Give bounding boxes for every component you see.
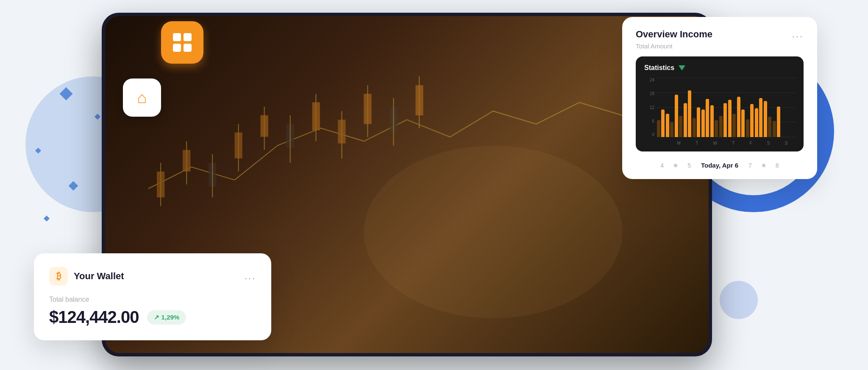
y-label-24: 24 [650, 78, 654, 82]
grid-line [657, 92, 795, 93]
bar [666, 114, 669, 137]
bg-circle-small [720, 281, 758, 319]
grid-dot [184, 33, 192, 41]
grid-icon [173, 33, 192, 52]
bar [750, 104, 754, 137]
x-label-m: M [677, 141, 681, 146]
balance-label: Total balance [49, 296, 256, 303]
x-label-t2: T [732, 141, 734, 146]
overview-card: Overview Income ... Total Amount Statist… [622, 17, 817, 179]
x-label-f: F [750, 141, 752, 146]
bar-group-f2 [755, 98, 762, 137]
grid-dot [173, 44, 181, 52]
y-axis: 24 18 12 6 0 [644, 78, 654, 137]
stats-label: Statistics [644, 64, 674, 72]
y-label-18: 18 [650, 91, 654, 96]
date-item-7[interactable]: 7 [748, 162, 752, 169]
percent-value: ↗ 1,29% [154, 314, 179, 321]
bar [693, 118, 696, 137]
bar [688, 90, 691, 137]
date-separator [674, 164, 677, 167]
bar [759, 98, 762, 137]
wallet-icon: ₿ [49, 267, 68, 286]
x-label-s2: S [785, 141, 788, 146]
stats-header: Statistics [644, 64, 795, 72]
bar-group-t3 [728, 100, 736, 137]
diamond-decoration [44, 216, 50, 221]
bar [723, 103, 727, 137]
white-app-icon[interactable]: ⌂ [123, 78, 161, 117]
bar-group-s3 [764, 101, 771, 137]
bar [710, 105, 714, 137]
bar [737, 97, 740, 137]
bar [764, 101, 767, 137]
date-navigation: 4 5 Today, Apr 6 7 8 [636, 160, 804, 169]
grid-dot [184, 44, 192, 52]
orange-app-icon[interactable] [161, 21, 203, 64]
bar [697, 107, 700, 137]
grid-dot [173, 33, 181, 41]
wallet-more-options[interactable]: ... [245, 271, 256, 282]
date-item-today[interactable]: Today, Apr 6 [701, 162, 738, 169]
percent-badge: ↗ 1,29% [147, 310, 186, 325]
bar-group-m [657, 109, 665, 137]
date-item-5[interactable]: 5 [687, 162, 691, 169]
bar-group-s2 [710, 105, 718, 137]
bar [675, 95, 678, 137]
wallet-title-group: ₿ Your Wallet [49, 267, 124, 286]
x-label-s: S [767, 141, 770, 146]
bar [661, 109, 665, 137]
bar-group-t1 [666, 114, 673, 137]
bar [684, 103, 687, 137]
overview-header: Overview Income ... [636, 29, 804, 40]
x-label-w: W [713, 141, 717, 146]
bar [719, 116, 723, 137]
date-item-8[interactable]: 8 [776, 162, 779, 169]
wallet-symbol: ₿ [56, 271, 61, 282]
bar [728, 100, 732, 137]
bar-group-m2 [719, 103, 727, 137]
overview-more-options[interactable]: ... [792, 29, 804, 40]
bar-group-f [693, 107, 700, 137]
date-separator [762, 164, 765, 167]
bar-group-t4 [746, 104, 754, 137]
date-item-4[interactable]: 4 [660, 162, 664, 169]
bars-container: M T W T F S S [657, 78, 795, 146]
bar [741, 109, 745, 137]
bar-group-w2 [737, 97, 745, 137]
overview-title: Overview Income [636, 29, 712, 40]
statistics-chart: Statistics 24 18 12 6 0 [636, 56, 804, 151]
x-label-t: T [696, 141, 698, 146]
home-icon: ⌂ [137, 89, 147, 107]
bar-group-t2 [684, 90, 691, 137]
wallet-header: ₿ Your Wallet ... [49, 267, 256, 286]
bar [657, 120, 660, 137]
bar [715, 120, 718, 137]
bar [777, 107, 780, 137]
bar [746, 119, 749, 137]
balance-row: $124,442.00 ↗ 1,29% [49, 308, 256, 327]
bar-group-s4 [773, 107, 780, 137]
bar [706, 99, 709, 137]
bar [755, 108, 758, 137]
y-label-12: 12 [650, 105, 654, 110]
svg-point-22 [364, 146, 622, 318]
y-label-0: 0 [652, 132, 654, 137]
x-axis: M T W T F S S [670, 141, 795, 146]
grid-line [657, 78, 795, 78]
bar [679, 116, 682, 137]
bar [773, 121, 776, 137]
wallet-card: ₿ Your Wallet ... Total balance $124,442… [34, 253, 271, 340]
bar-group-w [675, 95, 682, 137]
bar [701, 109, 705, 137]
balance-amount: $124,442.00 [49, 308, 139, 327]
bar [732, 114, 736, 137]
wallet-title: Your Wallet [74, 271, 124, 282]
dropdown-arrow-icon[interactable] [679, 65, 685, 70]
bar [768, 117, 771, 137]
bar-group-s1 [701, 99, 709, 137]
bar-chart: 24 18 12 6 0 [644, 78, 795, 146]
bar [670, 122, 673, 137]
overview-subtitle: Total Amount [636, 42, 804, 50]
y-label-6: 6 [652, 119, 654, 123]
